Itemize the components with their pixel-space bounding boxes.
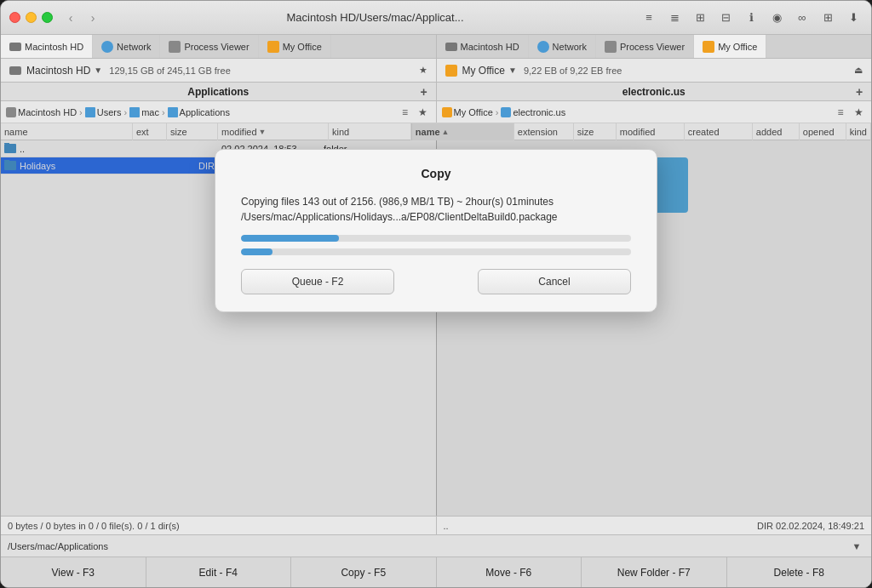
left-panel-title: Applications [187, 86, 249, 98]
bc-my-office[interactable]: My Office [442, 107, 493, 117]
nav-fwd-button[interactable]: › [83, 9, 102, 27]
bc-macintosh-hd[interactable]: Macintosh HD [6, 107, 77, 117]
tab-left-macintosh-hd[interactable]: Macintosh HD [1, 35, 93, 58]
panel-headers: Applications + electronic.us + [1, 83, 871, 101]
bc-users[interactable]: Users [85, 107, 122, 117]
add-right-panel-button[interactable]: + [852, 85, 866, 99]
eye-icon[interactable]: ◉ [767, 9, 786, 27]
left-breadcrumb: Macintosh HD › Users › mac › Application… [1, 101, 437, 123]
col-header-created-right[interactable]: created [685, 123, 753, 140]
list-icon[interactable]: ≡ [640, 9, 658, 27]
col-header-added-right[interactable]: added [753, 123, 800, 140]
close-button[interactable] [9, 12, 20, 23]
nav-back-button[interactable]: ‹ [61, 9, 80, 27]
left-location: Macintosh HD ▼ 129,15 GB of 245,11 GB fr… [1, 59, 437, 82]
tab-label: My Office [718, 42, 757, 52]
tab-right-my-office[interactable]: My Office [694, 35, 766, 58]
grid-icon[interactable]: ⊞ [691, 9, 709, 27]
copy-button[interactable]: Copy - F5 [291, 557, 437, 587]
dialog-overlay: Copy Copying files 143 out of 2156. (986… [1, 140, 871, 516]
col-header-kind-left[interactable]: kind [329, 123, 411, 140]
tab-right-macintosh-hd[interactable]: Macintosh HD [437, 35, 529, 58]
col-kind-label: kind [332, 127, 349, 137]
col-header-ext-right[interactable]: extension [514, 123, 574, 140]
view-button[interactable]: View - F3 [1, 557, 146, 587]
col-header-size-left[interactable]: size [167, 123, 218, 140]
cancel-button[interactable]: Cancel [478, 269, 631, 294]
bc-mac[interactable]: mac [129, 107, 159, 117]
toggle-icon[interactable]: ⊟ [716, 9, 735, 27]
right-breadcrumb: My Office › electronic.us ≡ ★ [437, 101, 872, 123]
toolbar-icons: ≡ ≣ ⊞ ⊟ ℹ ◉ ∞ ⊞ ⬇ [640, 9, 863, 27]
new-folder-button[interactable]: New Folder - F7 [582, 557, 727, 587]
bc-hd-label: Macintosh HD [18, 107, 77, 117]
right-panel-header: electronic.us + [437, 83, 872, 100]
col-header-opened-right[interactable]: opened [800, 123, 846, 140]
office-icon-r [703, 41, 714, 53]
panels-icon[interactable]: ⊞ [818, 9, 837, 27]
col-rkind-label: kind [850, 127, 867, 137]
disk-free-right: 9,22 EB of 9,22 EB free [524, 66, 622, 76]
col-rsize-label: size [577, 127, 594, 137]
col-header-modified-left[interactable]: modified ▼ [218, 123, 329, 140]
main-content: .. 02.02.2024, 18:53 folder Holidays [1, 140, 871, 516]
link-icon[interactable]: ∞ [793, 9, 812, 27]
process-icon [169, 41, 181, 53]
list2-icon[interactable]: ≣ [665, 9, 684, 27]
bottom-toolbar: View - F3 Edit - F4 Copy - F5 Move - F6 … [1, 557, 871, 587]
col-header-name-left[interactable]: name [1, 123, 133, 140]
column-headers: name ext size modified ▼ kind name ▲ ext… [1, 123, 871, 140]
delete-button[interactable]: Delete - F8 [727, 557, 872, 587]
dialog-title: Copy [241, 167, 631, 180]
right-status-prefix: .. [444, 521, 449, 531]
hd-icon-r [445, 41, 457, 53]
bc-star-icon-left[interactable]: ★ [416, 105, 431, 120]
bc-electronic-icon [501, 107, 511, 117]
bc-office-icon [442, 107, 452, 117]
left-tab-pane: Macintosh HD Network Process Viewer My O… [1, 35, 437, 58]
download-icon[interactable]: ⬇ [844, 9, 863, 27]
path-text: /Users/mac/Applications [8, 541, 108, 551]
queue-button[interactable]: Queue - F2 [241, 269, 394, 294]
bc-star-icon-right[interactable]: ★ [851, 105, 866, 120]
col-header-name-right[interactable]: name ▲ [412, 123, 514, 140]
maximize-button[interactable] [42, 12, 53, 23]
col-header-ext-left[interactable]: ext [133, 123, 167, 140]
tab-label: Process Viewer [620, 42, 685, 52]
location-eject-right[interactable]: ⏏ [852, 65, 864, 77]
col-header-size-right[interactable]: size [574, 123, 617, 140]
move-button[interactable]: Move - F6 [437, 557, 582, 587]
tab-label: My Office [283, 42, 322, 52]
col-ext-label: ext [136, 127, 149, 137]
sort-arrow: ▼ [259, 128, 267, 136]
progress-bar-2-container [241, 248, 631, 255]
tab-left-process-viewer[interactable]: Process Viewer [160, 35, 258, 58]
tab-right-process-viewer[interactable]: Process Viewer [596, 35, 694, 58]
right-col-headers: name ▲ extension size modified created a… [412, 123, 871, 140]
tab-right-network[interactable]: Network [529, 35, 596, 58]
process-icon-r [605, 41, 617, 53]
bc-list-icon-right[interactable]: ≡ [833, 105, 848, 120]
minimize-button[interactable] [26, 12, 37, 23]
tab-left-my-office[interactable]: My Office [259, 35, 331, 58]
status-bar: 0 bytes / 0 bytes in 0 / 0 file(s). 0 / … [1, 516, 871, 534]
col-header-kind-right[interactable]: kind [846, 123, 871, 140]
bc-list-icon-left[interactable]: ≡ [398, 105, 413, 120]
path-dropdown-button[interactable]: ▼ [849, 539, 864, 554]
location-office-icon [444, 63, 459, 78]
bc-applications[interactable]: Applications [168, 107, 230, 117]
titlebar: ‹ › Macintosh HD/Users/mac/Applicat... ≡… [1, 1, 871, 35]
location-star-left[interactable]: ★ [417, 65, 429, 77]
edit-button[interactable]: Edit - F4 [146, 557, 292, 587]
col-size-label: size [170, 127, 187, 137]
bc-electronic-us[interactable]: electronic.us [501, 107, 565, 117]
progress-bar-1-container [241, 235, 631, 242]
tab-label: Network [117, 42, 151, 52]
info-icon[interactable]: ℹ [742, 9, 760, 27]
col-header-modified-right[interactable]: modified [617, 123, 685, 140]
location-dropdown-left[interactable]: ▼ [94, 66, 102, 75]
location-dropdown-right[interactable]: ▼ [508, 66, 517, 75]
add-left-panel-button[interactable]: + [417, 85, 431, 99]
tab-left-network[interactable]: Network [93, 35, 160, 58]
traffic-lights [9, 12, 53, 23]
